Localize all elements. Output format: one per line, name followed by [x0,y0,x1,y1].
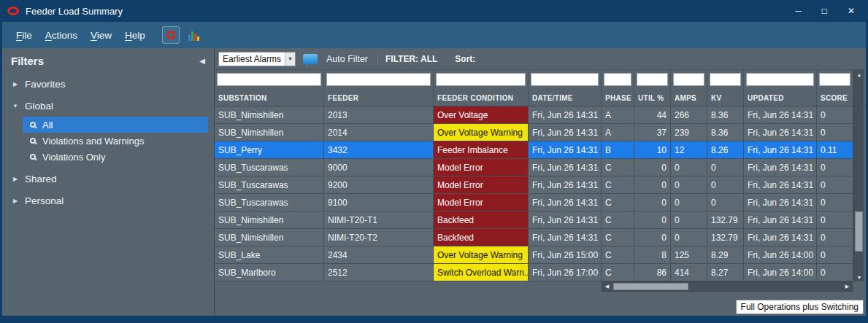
column-header-label: SUBSTATION [215,94,323,104]
search-icon [30,154,36,160]
column-header-amps[interactable]: AMPS [671,70,707,106]
scroll-left-arrow-icon[interactable]: ◀ [602,282,612,291]
table-row[interactable]: SUB_Tuscarawas9200Model ErrorFri, Jun 26… [215,176,866,194]
comment-bubble-icon[interactable] [303,54,318,64]
filter-group-shared[interactable]: Shared [2,168,214,190]
column-filter-input[interactable] [217,73,321,86]
cell-datetime: Fri, Jun 26 14:31 [529,124,602,141]
filter-item-all[interactable]: All [23,117,208,133]
cell-kv: 0 [707,159,744,176]
cell-datetime: Fri, Jun 26 14:31 [529,141,602,159]
bar-chart-toolbar-icon[interactable] [185,26,203,44]
filter-item-violations-only[interactable]: Violations Only [23,149,208,165]
column-filter-input[interactable] [326,73,431,86]
column-header-label: AMPS [671,94,707,104]
cell-util: 10 [634,141,671,159]
column-filter-input[interactable] [673,73,704,86]
column-header-feeder[interactable]: FEEDER [324,70,434,106]
cell-feeder: 9200 [324,176,434,194]
cell-condition: Over Voltage Warning [434,246,529,264]
table-row[interactable]: SUB_Marlboro2512Switch Overload Warn...F… [215,264,866,281]
filter-item-violations-and-warnings[interactable]: Violations and Warnings [23,133,208,149]
cell-substation: SUB_Marlboro [215,264,324,281]
cell-amps: 0 [671,229,707,246]
expand-arrow-icon[interactable] [11,176,20,182]
table-row[interactable]: SUB_Tuscarawas9000Model ErrorFri, Jun 26… [215,159,866,176]
cell-amps: 0 [671,211,707,229]
table-row[interactable]: SUB_Perry3432Feeder ImbalanceFri, Jun 26… [215,141,866,159]
oracle-ring-toolbar-icon[interactable] [162,26,180,44]
expand-arrow-icon[interactable] [11,81,20,87]
cell-util: 0 [634,159,671,176]
cell-datetime: Fri, Jun 26 14:31 [529,106,602,124]
table-row[interactable]: SUB_Nimishillen2014Over Voltage WarningF… [215,124,866,141]
horizontal-scrollbar-thumb[interactable] [613,283,688,290]
expand-arrow-icon[interactable] [11,198,20,204]
window-title: Feeder Load Summary [26,6,123,17]
column-filter-input[interactable] [637,73,668,86]
maximize-button[interactable]: □ [822,7,827,15]
minimize-button[interactable]: ─ [795,7,802,15]
cell-feeder: 3432 [324,141,434,159]
cell-substation: SUB_Nimishillen [215,106,324,124]
scroll-up-arrow-icon[interactable]: ▲ [854,70,864,79]
filter-group-personal[interactable]: Personal [2,190,214,211]
menu-help-mnemonic: H [125,30,132,41]
cell-substation: SUB_Tuscarawas [215,176,324,194]
collapse-panel-icon[interactable]: ◀ [199,57,205,65]
auto-filter-button[interactable]: Auto Filter [326,54,368,64]
column-filter-input[interactable] [436,73,526,86]
filter-group-global[interactable]: Global [2,95,214,117]
column-header-phase[interactable]: PHASE [602,70,634,106]
column-filter-input[interactable] [819,73,850,86]
cell-condition: Over Voltage Warning [434,124,529,141]
column-header-datetime[interactable]: DATE/TIME [529,70,602,106]
menu-view-label: iew [97,30,112,41]
cell-substation: SUB_Tuscarawas [215,159,324,176]
filter-item-label: Violations and Warnings [42,136,144,147]
vertical-scrollbar[interactable]: ▲ ▼ [853,70,864,281]
column-header-updated[interactable]: UPDATED [744,70,817,106]
collapse-arrow-icon[interactable] [11,103,20,109]
menu-actions[interactable]: Actions [39,30,84,41]
column-header-kv[interactable]: KV [707,70,744,106]
cell-score: 0 [817,194,853,211]
scroll-down-arrow-icon[interactable]: ▼ [854,273,864,281]
column-header-score[interactable]: SCORE [817,70,853,106]
menu-view[interactable]: View [84,30,118,41]
cell-phase: C [602,176,634,194]
cell-util: 8 [634,246,671,264]
alarm-filter-dropdown[interactable]: Earliest Alarms [218,52,296,66]
column-header-util[interactable]: UTIL % [634,70,671,106]
cell-score: 0 [817,124,853,141]
column-filter-input[interactable] [604,73,631,86]
filter-group-label: Personal [25,195,64,206]
column-header-feeder-condition[interactable]: FEEDER CONDITION [434,70,529,106]
horizontal-scrollbar[interactable]: ◀ ▶ [602,281,853,292]
scroll-right-arrow-icon[interactable]: ▶ [842,282,852,291]
cell-util: 0 [634,176,671,194]
table-row[interactable]: SUB_Lake2434Over Voltage WarningFri, Jun… [215,246,866,264]
menu-help[interactable]: Help [118,30,152,41]
cell-datetime: Fri, Jun 26 14:31 [529,229,602,246]
close-button[interactable]: ✕ [848,7,855,15]
cell-amps: 12 [671,141,707,159]
cell-substation: SUB_Tuscarawas [215,194,324,211]
column-header-substation[interactable]: SUBSTATION [215,70,324,106]
table-row[interactable]: SUB_Nimishillen2013Over VoltageFri, Jun … [215,106,866,124]
cell-feeder: 2014 [324,124,434,141]
cell-amps: 239 [671,124,707,141]
column-filter-input[interactable] [710,73,741,86]
menu-file[interactable]: File [9,30,39,41]
column-header-label: KV [707,94,743,104]
table-row[interactable]: SUB_NimishillenNIMI-T20-T2BackfeedFri, J… [215,229,866,246]
toolbar-separator [377,52,377,66]
table-row[interactable]: SUB_Tuscarawas9100Model ErrorFri, Jun 26… [215,194,866,211]
filter-group-favorites[interactable]: Favorites [2,73,214,95]
column-filter-input[interactable] [746,73,814,86]
column-filter-input[interactable] [531,73,599,86]
cell-datetime: Fri, Jun 26 17:00 [529,264,602,281]
table-row[interactable]: SUB_NimishillenNIMI-T20-T1BackfeedFri, J… [215,211,866,229]
chevron-down-icon [285,52,295,66]
vertical-scrollbar-thumb[interactable] [855,211,863,252]
